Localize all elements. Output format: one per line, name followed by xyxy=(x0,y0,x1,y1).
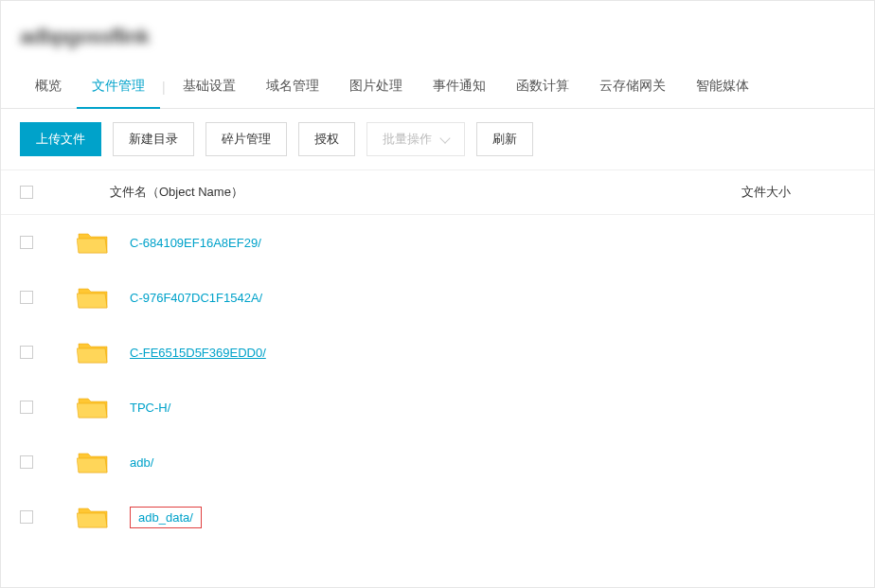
file-link[interactable]: adb_data/ xyxy=(130,507,202,528)
tab-6[interactable]: 函数计算 xyxy=(501,66,584,108)
column-header-name: 文件名（Object Name） xyxy=(77,184,741,201)
batch-operation-label: 批量操作 xyxy=(383,131,432,148)
batch-operation-button: 批量操作 xyxy=(366,122,465,156)
chevron-down-icon xyxy=(439,133,450,143)
tab-5[interactable]: 事件通知 xyxy=(418,66,501,108)
table-row: C-FE6515D5F369EDD0/ xyxy=(20,325,855,380)
folder-icon xyxy=(77,450,109,474)
tab-7[interactable]: 云存储网关 xyxy=(584,66,681,108)
tab-bar: 概览文件管理|基础设置域名管理图片处理事件通知函数计算云存储网关智能媒体 xyxy=(1,66,874,109)
row-checkbox[interactable] xyxy=(20,455,33,469)
folder-icon xyxy=(77,505,109,529)
folder-icon xyxy=(77,395,109,419)
tab-8[interactable]: 智能媒体 xyxy=(681,66,764,108)
row-checkbox[interactable] xyxy=(20,401,33,414)
new-directory-button[interactable]: 新建目录 xyxy=(113,122,194,156)
refresh-button[interactable]: 刷新 xyxy=(476,122,533,156)
fragment-manage-button[interactable]: 碎片管理 xyxy=(205,122,287,156)
table-row: adb_data/ xyxy=(20,490,855,544)
toolbar: 上传文件 新建目录 碎片管理 授权 批量操作 刷新 xyxy=(1,109,874,169)
file-link[interactable]: C-976F407DC1F1542A/ xyxy=(130,291,262,305)
folder-icon xyxy=(77,230,109,255)
select-all-checkbox[interactable] xyxy=(20,186,33,199)
tab-0[interactable]: 概览 xyxy=(20,66,77,108)
file-link[interactable]: TPC-H/ xyxy=(130,401,170,415)
table-header: 文件名（Object Name） 文件大小 xyxy=(1,169,874,215)
tab-2[interactable]: 基础设置 xyxy=(168,66,251,108)
table-row: adb/ xyxy=(20,435,855,490)
table-body: C-684109EF16A8EF29/C-976F407DC1F1542A/C-… xyxy=(1,215,874,544)
file-link[interactable]: adb/ xyxy=(130,455,153,470)
table-row: C-976F407DC1F1542A/ xyxy=(20,270,855,325)
authorize-button[interactable]: 授权 xyxy=(298,122,355,156)
tab-separator: | xyxy=(160,80,168,95)
row-checkbox[interactable] xyxy=(20,510,33,524)
tab-4[interactable]: 图片处理 xyxy=(334,66,418,108)
column-header-size: 文件大小 xyxy=(741,184,855,201)
page-title: adbpgossflink xyxy=(1,1,874,66)
table-row: C-684109EF16A8EF29/ xyxy=(20,215,855,270)
row-checkbox[interactable] xyxy=(20,236,33,249)
upload-button[interactable]: 上传文件 xyxy=(20,122,101,156)
table-row: TPC-H/ xyxy=(20,380,855,435)
folder-icon xyxy=(77,285,109,310)
tab-1[interactable]: 文件管理 xyxy=(77,66,160,108)
row-checkbox[interactable] xyxy=(20,291,33,304)
file-link[interactable]: C-684109EF16A8EF29/ xyxy=(130,236,261,250)
file-link[interactable]: C-FE6515D5F369EDD0/ xyxy=(130,346,266,360)
folder-icon xyxy=(77,340,109,365)
row-checkbox[interactable] xyxy=(20,346,33,359)
tab-3[interactable]: 域名管理 xyxy=(251,66,334,108)
